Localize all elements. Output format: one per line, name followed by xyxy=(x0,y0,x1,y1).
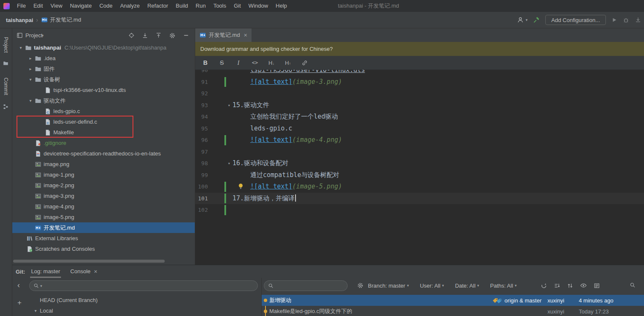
strikethrough-icon[interactable]: S xyxy=(218,59,225,66)
editor-line[interactable]: 98▾16.驱动和设备配对 xyxy=(195,158,644,169)
user-account-icon[interactable] xyxy=(517,17,524,23)
header-up-icon[interactable]: H↑ xyxy=(285,60,291,66)
menu-file[interactable]: File xyxy=(13,3,30,9)
project-tree-item[interactable]: image-5.png xyxy=(12,212,195,222)
breadcrumb-file[interactable]: 开发笔记.md xyxy=(50,16,81,24)
git-head-row[interactable]: HEAD (Current Branch) xyxy=(12,295,261,305)
project-tree-item[interactable]: ▸固件 xyxy=(12,64,195,74)
menu-refactor[interactable]: Refactor xyxy=(144,3,172,9)
git-tab-log-master[interactable]: Log: master xyxy=(27,265,64,278)
project-tree-item[interactable]: image-4.png xyxy=(12,201,195,212)
menu-git[interactable]: Git xyxy=(230,3,245,9)
menu-run[interactable]: Run xyxy=(192,3,210,9)
commit-row[interactable]: 新增驱动origin & masterxuxinyi4 minutes ago xyxy=(262,295,644,306)
code-icon[interactable]: <> xyxy=(252,60,258,66)
build-hammer-icon[interactable] xyxy=(533,17,540,23)
bold-icon[interactable]: B xyxy=(202,59,209,66)
git-branch-search-input[interactable]: ▾ xyxy=(29,280,258,291)
search-icon[interactable] xyxy=(630,282,636,288)
editor-line[interactable]: 94立创给我们定好了一个led驱动 xyxy=(195,111,644,123)
stripe-project-button[interactable]: Project xyxy=(0,30,12,60)
project-tree-item[interactable]: image.png xyxy=(12,159,195,169)
project-tree-item[interactable]: ▸.idea xyxy=(12,53,195,64)
project-tree-item[interactable]: External Libraries xyxy=(12,233,195,244)
project-tree-item[interactable]: Makefile xyxy=(12,127,195,138)
project-tree-item[interactable]: devicetree-specification-readthedocs-io-… xyxy=(12,148,195,159)
folder-icon[interactable] xyxy=(3,61,8,66)
chevron-down-icon[interactable]: ▾ xyxy=(31,308,40,313)
update-project-icon[interactable] xyxy=(635,17,641,23)
intention-bulb-icon[interactable] xyxy=(238,183,243,190)
debug-bug-icon[interactable] xyxy=(623,17,629,23)
notification-banner[interactable]: Download grammar and spelling checker fo… xyxy=(195,42,644,56)
project-tree-item[interactable]: image-3.png xyxy=(12,191,195,201)
filter-user[interactable]: User: All▾ xyxy=(420,283,444,289)
project-tree-item[interactable]: Cleds-user-defind.c xyxy=(12,116,195,127)
close-icon[interactable]: × xyxy=(94,265,97,278)
back-arrow-icon[interactable]: ‹ xyxy=(17,281,20,289)
close-icon[interactable]: × xyxy=(244,32,247,39)
intellisort-icon[interactable] xyxy=(554,283,560,289)
editor-content[interactable]: 90tspi-rk3566-user-v10-linux.dts91![alt … xyxy=(195,70,644,265)
breadcrumb-project[interactable]: taishanpai xyxy=(6,17,33,23)
project-tree-item[interactable]: ▾设备树 xyxy=(12,74,195,85)
eye-icon[interactable] xyxy=(580,282,587,289)
chevron-down-icon[interactable]: ▾ xyxy=(41,33,44,38)
structure-icon[interactable] xyxy=(3,104,8,109)
editor-line[interactable]: 95leds-gpio.c xyxy=(195,123,644,135)
fold-arrow-icon[interactable]: ▾ xyxy=(228,158,230,169)
project-tree-item[interactable]: 开发笔记.md xyxy=(12,222,195,233)
menu-code[interactable]: Code xyxy=(96,3,116,9)
chevron-down-icon[interactable]: ▾ xyxy=(26,98,35,103)
project-header-title[interactable]: Project xyxy=(25,32,42,39)
project-tree-item[interactable]: tspi-rk3566-user-v10-linux.dts xyxy=(12,85,195,95)
editor-line[interactable]: 90tspi-rk3566-user-v10-linux.dts xyxy=(195,70,644,76)
menu-build[interactable]: Build xyxy=(172,3,192,9)
gear-icon[interactable] xyxy=(169,32,176,39)
chevron-down-icon[interactable]: ▾ xyxy=(26,77,35,82)
project-tree-item[interactable]: Scratches and Consoles xyxy=(12,244,195,254)
link-icon[interactable] xyxy=(301,60,308,66)
filter-paths[interactable]: Paths: All▾ xyxy=(490,283,517,289)
editor-line[interactable]: 10117.新增驱动，并编译 xyxy=(195,193,644,205)
menu-edit[interactable]: Edit xyxy=(30,3,47,9)
git-tab-console[interactable]: Console× xyxy=(66,265,102,278)
editor-tab-active[interactable]: 开发笔记.md × xyxy=(195,28,252,42)
run-icon[interactable] xyxy=(611,17,617,23)
menu-navigate[interactable]: Navigate xyxy=(66,3,95,9)
collapse-all-icon[interactable] xyxy=(155,32,162,39)
filter-branch[interactable]: Branch: master▾ xyxy=(368,283,409,289)
editor-line[interactable]: 93▾15.驱动文件 xyxy=(195,100,644,111)
editor-line[interactable]: 91![alt text](image-3.png) xyxy=(195,76,644,88)
menu-help[interactable]: Help xyxy=(272,3,291,9)
header-down-icon[interactable]: H↓ xyxy=(268,60,275,66)
select-opened-file-icon[interactable] xyxy=(128,32,135,39)
filter-date[interactable]: Date: All▾ xyxy=(455,283,479,289)
hide-panel-icon[interactable] xyxy=(183,32,189,39)
chevron-down-icon[interactable]: ▾ xyxy=(40,284,42,288)
chevron-down-icon[interactable]: ▾ xyxy=(526,18,528,22)
git-local-row[interactable]: ▾ Local xyxy=(12,305,261,316)
project-tree-item[interactable]: .gitignore xyxy=(12,138,195,148)
project-tree-item[interactable]: ▾驱动文件 xyxy=(12,95,195,106)
chevron-right-icon[interactable]: ▸ xyxy=(26,56,35,61)
git-log-search-input[interactable] xyxy=(264,280,348,291)
sort-arrows-icon[interactable] xyxy=(567,283,573,289)
project-tree-item[interactable]: Cleds-gpio.c xyxy=(12,106,195,116)
add-configuration-button[interactable]: Add Configuration... xyxy=(545,15,606,25)
editor-line[interactable]: 102 xyxy=(195,204,644,216)
editor-line[interactable]: 97 xyxy=(195,146,644,158)
gear-icon[interactable] xyxy=(357,282,364,289)
editor-line[interactable]: 99通过compatible与设备树配对 xyxy=(195,169,644,181)
refresh-icon[interactable] xyxy=(541,283,547,289)
italic-icon[interactable]: I xyxy=(235,59,242,67)
fold-arrow-icon[interactable]: ▾ xyxy=(228,100,230,111)
horizontal-scrollbar[interactable] xyxy=(13,260,165,263)
details-icon[interactable] xyxy=(594,283,600,289)
menu-view[interactable]: View xyxy=(47,3,66,9)
expand-all-icon[interactable] xyxy=(142,32,148,39)
commit-row[interactable]: Makefile是led-gpio.c同级文件下的xuxinyiToday 17… xyxy=(262,306,644,316)
menu-analyze[interactable]: Analyze xyxy=(116,3,144,9)
editor-line[interactable]: 92 xyxy=(195,88,644,100)
editor-line[interactable]: 96![alt text](image-4.png) xyxy=(195,134,644,146)
